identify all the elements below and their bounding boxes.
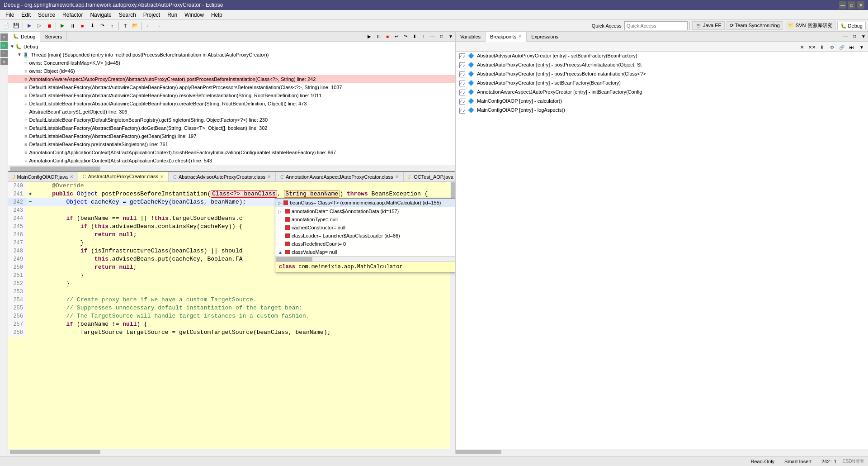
tab-servers[interactable]: Servers [40, 32, 67, 42]
sidebar-icon-1[interactable]: ≡ [0, 33, 8, 41]
perspective-debug[interactable]: 🐛 Debug [837, 22, 866, 30]
tooltip-row-6[interactable]: ▲ classValueMap= null [275, 248, 455, 256]
code-tab-abstractadvisor-close[interactable]: ✕ [267, 174, 271, 179]
tooltip-row-3[interactable]: cachedConstructor= null [275, 223, 455, 232]
code-editor[interactable]: 240 @Override 241 ◆ public Object postPr… [8, 182, 455, 449]
menu-run[interactable]: Run [164, 11, 181, 19]
perspective-javaee[interactable]: ☕ Java EE [692, 21, 725, 30]
tooltip-row-4[interactable]: classLoader= Launcher$AppClassLoader (id… [275, 232, 455, 240]
debug-panel-step-into[interactable]: ⬇ [410, 32, 419, 41]
bp-menu[interactable]: ▼ [857, 43, 866, 52]
bp-item-6[interactable]: ✓ 🔷 MainConfigOfAOP [entry] - calculator… [456, 97, 868, 106]
tree-item-thread[interactable]: ▼ 🧵 Thread [main] (Suspended (entry into… [8, 51, 455, 59]
bp-remove-all[interactable]: ✕✕ [807, 43, 816, 52]
tooltip-hscroll-thumb[interactable] [276, 257, 312, 262]
tree-item-frame-2[interactable]: ≡ DefaultListableBeanFactory(AbstractAut… [8, 83, 455, 91]
tooltip-row-2[interactable]: annotationType= null [275, 215, 455, 223]
bp-checkbox-2[interactable]: ✓ [459, 62, 465, 68]
bp-item-7[interactable]: ✓ 🔷 MainConfigOfAOP [entry] - logAspects… [456, 106, 868, 115]
debug-panel-stop[interactable]: ■ [383, 32, 392, 41]
debug-panel-step-return[interactable]: ↑ [419, 32, 428, 41]
tab-expressions[interactable]: Expressions [527, 32, 563, 42]
run-button[interactable]: ▷ [35, 21, 44, 30]
perspective-team[interactable]: ⟳ Team Synchronizing [726, 21, 783, 30]
tab-breakpoints[interactable]: Breakpoints ✕ [486, 32, 527, 42]
debug-panel-maximize[interactable]: □ [437, 32, 446, 41]
code-tab-mainconfig-close[interactable]: ✕ [70, 174, 73, 179]
minimize-button[interactable]: — [839, 1, 846, 9]
bp-item-3[interactable]: ✓ 🔷 AbstractAutoProxyCreator [entry] - p… [456, 70, 868, 79]
maximize-button[interactable]: □ [848, 1, 855, 9]
code-tab-abstractadvisor[interactable]: C AbstractAdvisorAutoProxyCreator.class … [169, 172, 276, 182]
tree-item-frame-highlight[interactable]: ≡ AnnotationAwareAspectJAutoProxyCreator… [8, 75, 455, 83]
perspective-svn[interactable]: 📁 SVN 资源库研究 [785, 21, 835, 30]
bp-checkbox-4[interactable]: ✓ [459, 81, 465, 86]
breakpoints-list[interactable]: ✓ 🔷 AbstractAdvisorAutoProxyCreator [ent… [456, 52, 868, 449]
terminate-button[interactable]: ■ [78, 21, 87, 30]
step-into-button[interactable]: ⬇ [88, 21, 97, 30]
tree-item-frame-10[interactable]: ≡ AnnotationConfigApplicationContext(Abs… [8, 148, 455, 157]
resume-button[interactable]: ▶ [58, 21, 67, 30]
tree-item-frame-11[interactable]: ≡ AnnotationConfigApplicationContext(Abs… [8, 157, 455, 165]
bp-checkbox-7[interactable]: ✓ [459, 108, 465, 114]
code-tab-ioctest[interactable]: J IOCTest_AOP.java ✕ [404, 172, 455, 182]
tree-item-frame-8[interactable]: ≡ DefaultListableBeanFactory(AbstractBea… [8, 132, 455, 140]
sidebar-icon-2[interactable]: ▷ [0, 42, 8, 49]
save-button[interactable]: 💾 [12, 21, 21, 30]
step-return-button[interactable]: ↑ [108, 21, 117, 30]
bp-item-1[interactable]: ✓ 🔷 AbstractAdvisorAutoProxyCreator [ent… [456, 52, 868, 61]
tree-item-frame-9[interactable]: ≡ DefaultListableBeanFactory.preInstanti… [8, 140, 455, 148]
menu-refactor[interactable]: Refactor [59, 11, 86, 19]
menu-source[interactable]: Source [34, 11, 59, 19]
debug-button[interactable]: ▶ [25, 21, 34, 30]
prev-edit-button[interactable]: ← [144, 21, 153, 30]
tab-variables[interactable]: Variables [456, 32, 486, 42]
code-tab-abstractautoproxy-close[interactable]: ✕ [160, 174, 164, 179]
debug-panel-resume[interactable]: ▶ [365, 32, 374, 41]
menu-edit[interactable]: Edit [18, 11, 34, 19]
bp-expand[interactable]: ⬇ [817, 43, 826, 52]
breakpoints-hscroll-thumb[interactable] [456, 450, 501, 454]
right-panel-minimize[interactable]: — [841, 32, 850, 41]
tree-item-frame-3[interactable]: ≡ DefaultListableBeanFactory(AbstractAut… [8, 91, 455, 100]
debug-panel-step-over[interactable]: ↷ [401, 32, 410, 41]
step-over-button[interactable]: ↷ [98, 21, 107, 30]
tooltip-expand-arrow[interactable]: ▷ [278, 200, 282, 205]
code-tab-mainconfig[interactable]: J MainConfigOfAOP.java ✕ [8, 172, 78, 182]
code-tab-annotationaware[interactable]: C AnnotationAwareAspectJAutoProxyCreator… [276, 172, 404, 182]
sidebar-icon-4[interactable]: ⊞ [0, 58, 8, 65]
debug-panel-suspend[interactable]: ⏸ [374, 32, 383, 41]
close-button[interactable]: ✕ [857, 1, 864, 9]
right-panel-maximize[interactable]: □ [850, 32, 859, 41]
debug-panel-menu[interactable]: ▼ [446, 32, 455, 41]
tree-item-frame-5[interactable]: ≡ AbstractBeanFactory$1.getObject() line… [8, 108, 455, 116]
tooltip-hscroll[interactable] [275, 256, 455, 262]
bp-link[interactable]: 🔗 [837, 43, 846, 52]
tree-item-debug-root[interactable]: ▼ 🐛 Debug [8, 43, 455, 51]
suspend-button[interactable]: ⏸ [68, 21, 77, 30]
status-smart-insert[interactable]: Smart Insert [780, 457, 816, 466]
code-tab-annotationaware-close[interactable]: ✕ [395, 174, 399, 179]
bp-item-2[interactable]: ✓ 🔷 AbstractAutoProxyCreator [entry] - p… [456, 61, 868, 70]
status-position[interactable]: 242 : 1 [817, 457, 841, 466]
menu-search[interactable]: Search [115, 11, 140, 19]
tree-item-frame-7[interactable]: ≡ DefaultListableBeanFactory(AbstractBea… [8, 124, 455, 132]
bp-configure[interactable]: ⚙ [827, 43, 836, 52]
bp-item-4[interactable]: ✓ 🔷 AbstractAutoProxyCreator [entry] - s… [456, 79, 868, 88]
debug-panel-drop[interactable]: ↩ [392, 32, 401, 41]
tree-item-frame-4[interactable]: ≡ DefaultListableBeanFactory(AbstractAut… [8, 100, 455, 108]
menu-window[interactable]: Window [181, 11, 208, 19]
bp-checkbox-1[interactable]: ✓ [459, 53, 465, 59]
bp-skip[interactable]: ⏭ [847, 43, 856, 52]
tree-item-frame-6[interactable]: ≡ DefaultListableBeanFactory(DefaultSing… [8, 116, 455, 124]
tooltip-row-1[interactable]: ▷ annotationData= Class$AnnotationData (… [275, 207, 455, 215]
tooltip-row-5[interactable]: classRedefinedCount= 0 [275, 240, 455, 248]
tree-item-owns2[interactable]: ≡ owns: Object (id=46) [8, 67, 455, 75]
open-type-button[interactable]: T [121, 21, 130, 30]
debug-panel-minimize[interactable]: — [428, 32, 437, 41]
stop-button[interactable]: ⏹ [45, 21, 54, 30]
next-edit-button[interactable]: → [154, 21, 163, 30]
breakpoints-hscroll[interactable] [456, 449, 868, 454]
code-tab-abstractautoproxy[interactable]: C AbstractAutoProxyCreator.class ✕ [78, 172, 169, 182]
tab-debug[interactable]: 🐛 Debug [8, 32, 40, 42]
